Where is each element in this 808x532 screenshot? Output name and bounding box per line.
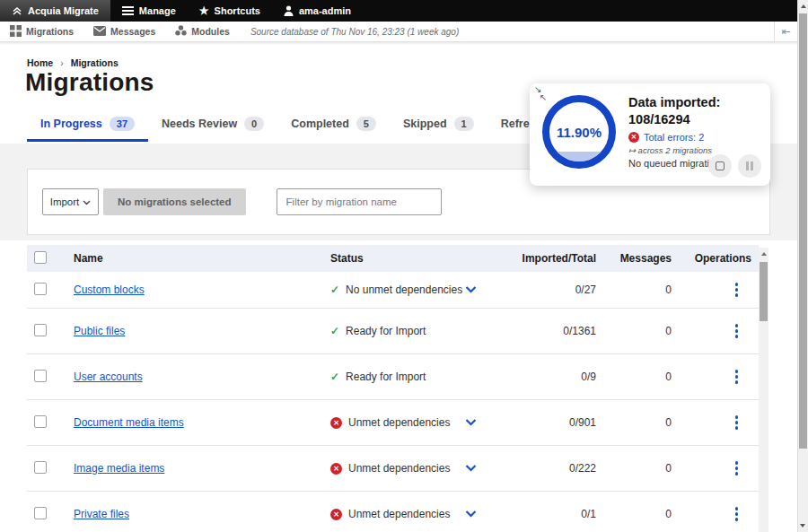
topbar-item-shortcuts[interactable]: ★ Shortcuts — [188, 0, 272, 22]
star-icon: ★ — [199, 5, 209, 16]
double-chevron-up-icon — [12, 5, 22, 16]
migration-name-link[interactable]: Document media items — [74, 416, 184, 429]
tab-label: In Progress — [40, 118, 102, 130]
tab-completed[interactable]: Completed 5 — [277, 109, 390, 142]
error-circle-icon: ✕ — [330, 417, 342, 429]
row-status-cell: ✓ Ready for Import — [330, 371, 465, 383]
table-row: Private files ✕ Unmet dependencies 0/1 0 — [27, 492, 759, 532]
across-arrow-icon: ↦ — [628, 145, 636, 155]
row-checkbox-cell — [27, 370, 70, 385]
row-name-cell: Document media items — [70, 416, 330, 429]
table-row: Image media items ✕ Unmet dependencies 0… — [27, 446, 759, 492]
status-text: Ready for Import — [346, 371, 426, 383]
topbar-item-acquia-migrate[interactable]: Acquia Migrate — [0, 0, 110, 22]
tab-label: Completed — [291, 118, 349, 130]
total-errors-link[interactable]: ✕ Total errors: 2 — [628, 132, 765, 143]
topbar-item-user[interactable]: ama-admin — [272, 0, 363, 22]
status-text: Unmet dependencies — [348, 416, 450, 429]
envelope-icon — [93, 26, 106, 38]
app-window: Acquia Migrate Manage ★ Shortcuts ama-ad… — [0, 0, 808, 532]
operations-menu-button[interactable] — [733, 413, 742, 432]
window-scrollbar-thumb[interactable] — [799, 13, 807, 449]
table-scrollbar-thumb[interactable] — [760, 262, 768, 321]
progress-percent: 11.90% — [549, 102, 609, 161]
imported-total-value: 0/1361 — [496, 325, 596, 337]
messages-count: 0 — [596, 371, 672, 383]
check-icon: ✓ — [330, 325, 339, 337]
breadcrumb-home-link[interactable]: Home — [27, 57, 53, 68]
import-dropdown-button[interactable]: Import — [42, 188, 99, 215]
user-icon — [284, 5, 294, 16]
import-status-card: ↘ ↖ 11.90% Data imported: 108/16294 ✕ To… — [530, 83, 770, 186]
select-all-checkbox[interactable] — [34, 251, 47, 264]
topbar-brand-label: Acquia Migrate — [28, 5, 99, 16]
progress-ring-circle: 11.90% — [542, 95, 616, 169]
expand-status-chevron[interactable] — [465, 419, 496, 426]
module-toolbar: Migrations Messages Modules Source datab… — [0, 22, 797, 42]
row-operations-cell — [672, 458, 755, 478]
migration-filter-input[interactable] — [277, 188, 442, 215]
expand-status-chevron[interactable] — [465, 465, 496, 472]
row-operations-cell — [672, 367, 755, 387]
source-database-note: Source database of Thu Nov 16, 23:23 (1 … — [250, 27, 459, 37]
pause-import-button[interactable] — [738, 154, 761, 178]
row-checkbox[interactable] — [34, 370, 47, 382]
topbar-manage-label: Manage — [139, 5, 176, 16]
migration-name-link[interactable]: Image media items — [74, 462, 164, 475]
pause-icon — [746, 161, 753, 170]
tab-skipped[interactable]: Skipped 1 — [390, 109, 487, 142]
check-icon: ✓ — [330, 283, 339, 296]
breadcrumb: Home › Migrations — [27, 57, 119, 68]
status-text: Unmet dependencies — [348, 508, 450, 520]
row-checkbox[interactable] — [34, 283, 47, 295]
status-text: Ready for Import — [346, 325, 426, 337]
topbar-item-manage[interactable]: Manage — [110, 0, 188, 22]
migration-name-link[interactable]: Custom blocks — [74, 283, 145, 296]
total-errors-label: Total errors: 2 — [644, 132, 704, 143]
error-circle-icon: ✕ — [330, 463, 342, 475]
toolbar-migrations-label: Migrations — [26, 26, 74, 37]
row-checkbox[interactable] — [34, 461, 47, 474]
scroll-up-arrow-icon — [801, 4, 806, 8]
table-row: User accounts ✓ Ready for Import 0/9 0 — [27, 354, 759, 400]
operations-menu-button[interactable] — [733, 280, 742, 300]
table-scrollbar[interactable] — [759, 248, 768, 532]
row-checkbox-cell — [27, 507, 70, 522]
stop-import-button[interactable] — [708, 154, 732, 178]
migrations-table: Name Status Imported/Total Messages Oper… — [27, 245, 759, 532]
row-checkbox[interactable] — [34, 324, 47, 336]
operations-menu-button[interactable] — [733, 321, 742, 341]
window-scrollbar[interactable] — [797, 0, 808, 532]
operations-menu-button[interactable] — [733, 367, 742, 387]
table-row: Public files ✓ Ready for Import 0/1361 0 — [27, 309, 759, 354]
toolbar-item-messages[interactable]: Messages — [83, 22, 165, 41]
header-operations: Operations — [672, 252, 755, 265]
imported-total-value: 0/9 — [496, 371, 596, 383]
migration-name-link[interactable]: User accounts — [74, 371, 143, 383]
status-text: Unmet dependencies — [348, 462, 450, 475]
migration-name-link[interactable]: Private files — [74, 508, 129, 520]
tab-needs-review[interactable]: Needs Review 0 — [148, 109, 277, 142]
expand-status-chevron[interactable] — [465, 286, 496, 293]
tab-count-badge: 5 — [356, 117, 376, 131]
operations-menu-button[interactable] — [733, 504, 742, 524]
error-circle-icon: ✕ — [628, 132, 639, 143]
row-checkbox[interactable] — [34, 507, 47, 519]
messages-count: 0 — [596, 416, 672, 429]
migration-name-link[interactable]: Public files — [74, 325, 125, 337]
tab-in-progress[interactable]: In Progress 37 — [27, 109, 148, 142]
row-status-cell: ✕ Unmet dependencies — [330, 462, 465, 475]
tab-count-badge: 1 — [454, 117, 474, 131]
tab-count-badge: 37 — [110, 117, 135, 131]
toolbar-item-modules[interactable]: Modules — [165, 22, 240, 41]
row-checkbox[interactable] — [34, 415, 47, 428]
expand-status-chevron[interactable] — [465, 510, 496, 518]
topbar-user-label: ama-admin — [299, 5, 351, 16]
row-name-cell: User accounts — [70, 371, 330, 383]
toolbar-item-migrations[interactable]: Migrations — [0, 22, 83, 41]
operations-menu-button[interactable] — [733, 458, 742, 478]
row-name-cell: Custom blocks — [70, 283, 330, 296]
row-checkbox-cell — [27, 283, 70, 298]
row-name-cell: Private files — [70, 508, 330, 520]
collapse-toolbar-button[interactable]: ⇤ — [774, 22, 797, 41]
